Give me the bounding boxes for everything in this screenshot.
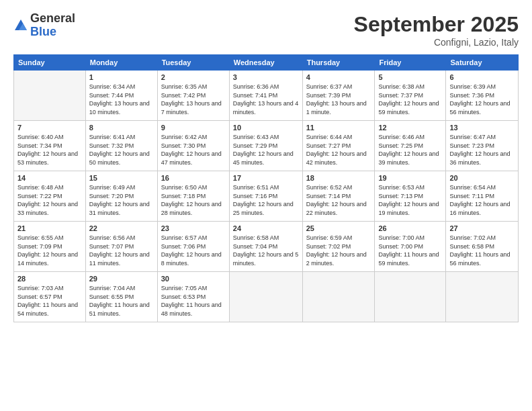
day-info: Sunrise: 6:42 AMSunset: 7:30 PMDaylight:…: [161, 133, 226, 167]
day-info: Sunrise: 6:47 AMSunset: 7:23 PMDaylight:…: [449, 133, 515, 167]
day-number: 7: [17, 124, 82, 132]
sunset-text: Sunset: 7:39 PM: [306, 92, 351, 99]
sunset-text: Sunset: 6:55 PM: [89, 293, 134, 300]
sunset-text: Sunset: 7:29 PM: [233, 142, 278, 149]
day-number: 2: [161, 73, 226, 81]
daylight-text: Daylight: 12 hours and 28 minutes.: [161, 201, 222, 216]
weekday-header: Wednesday: [229, 55, 302, 71]
calendar-cell: 5Sunrise: 6:38 AMSunset: 7:37 PMDaylight…: [375, 71, 446, 121]
sunset-text: Sunset: 7:37 PM: [378, 92, 423, 99]
day-number: 30: [161, 275, 226, 283]
sunrise-text: Sunrise: 6:56 AM: [89, 234, 136, 241]
calendar-cell: 9Sunrise: 6:42 AMSunset: 7:30 PMDaylight…: [157, 121, 229, 171]
sunset-text: Sunset: 7:02 PM: [306, 243, 351, 250]
daylight-text: Daylight: 11 hours and 56 minutes.: [449, 251, 510, 267]
day-number: 9: [161, 124, 226, 132]
daylight-text: Daylight: 12 hours and 53 minutes.: [17, 150, 78, 166]
calendar-cell: 11Sunrise: 6:44 AMSunset: 7:27 PMDayligh…: [302, 121, 375, 171]
sunrise-text: Sunrise: 6:54 AM: [449, 184, 496, 191]
sunset-text: Sunset: 7:22 PM: [17, 193, 62, 199]
calendar-cell: 16Sunrise: 6:50 AMSunset: 7:18 PMDayligh…: [157, 171, 229, 222]
weekday-header: Saturday: [446, 55, 519, 71]
weekday-header: Monday: [85, 55, 157, 71]
day-number: 8: [89, 124, 154, 132]
calendar-week-row: 7Sunrise: 6:40 AMSunset: 7:34 PMDaylight…: [14, 121, 519, 171]
weekday-row: SundayMondayTuesdayWednesdayThursdayFrid…: [14, 55, 519, 71]
sunrise-text: Sunrise: 6:43 AM: [233, 134, 279, 140]
calendar-week-row: 21Sunrise: 6:55 AMSunset: 7:09 PMDayligh…: [14, 222, 519, 272]
calendar-cell: 28Sunrise: 7:03 AMSunset: 6:57 PMDayligh…: [14, 272, 86, 322]
day-info: Sunrise: 6:38 AMSunset: 7:37 PMDaylight:…: [378, 83, 442, 116]
calendar-cell: 6Sunrise: 6:39 AMSunset: 7:36 PMDaylight…: [446, 71, 519, 121]
daylight-text: Daylight: 12 hours and 14 minutes.: [17, 251, 78, 267]
sunrise-text: Sunrise: 7:00 AM: [378, 234, 425, 241]
daylight-text: Daylight: 13 hours and 1 minute.: [306, 100, 367, 116]
day-info: Sunrise: 6:57 AMSunset: 7:06 PMDaylight:…: [161, 234, 226, 267]
calendar-cell: 7Sunrise: 6:40 AMSunset: 7:34 PMDaylight…: [14, 121, 86, 171]
sunset-text: Sunset: 7:00 PM: [378, 243, 423, 250]
daylight-text: Daylight: 12 hours and 31 minutes.: [89, 201, 150, 216]
sunrise-text: Sunrise: 6:41 AM: [89, 134, 136, 140]
daylight-text: Daylight: 12 hours and 59 minutes.: [378, 100, 439, 116]
sunrise-text: Sunrise: 6:34 AM: [89, 83, 136, 90]
calendar: SundayMondayTuesdayWednesdayThursdayFrid…: [13, 54, 519, 322]
calendar-cell: [229, 272, 302, 322]
daylight-text: Daylight: 12 hours and 2 minutes.: [306, 251, 367, 267]
daylight-text: Daylight: 12 hours and 42 minutes.: [306, 150, 367, 166]
sunset-text: Sunset: 7:25 PM: [378, 142, 423, 149]
calendar-cell: [302, 272, 375, 322]
daylight-text: Daylight: 12 hours and 56 minutes.: [449, 100, 510, 116]
sunrise-text: Sunrise: 6:57 AM: [161, 234, 208, 241]
daylight-text: Daylight: 12 hours and 36 minutes.: [449, 150, 510, 166]
day-info: Sunrise: 6:36 AMSunset: 7:41 PMDaylight:…: [233, 83, 299, 116]
page: General Blue September 2025 Configni, La…: [0, 0, 532, 411]
day-number: 3: [233, 73, 299, 81]
sunrise-text: Sunrise: 6:40 AM: [17, 134, 64, 140]
day-number: 11: [306, 124, 371, 132]
daylight-text: Daylight: 12 hours and 33 minutes.: [17, 201, 78, 216]
calendar-cell: 12Sunrise: 6:46 AMSunset: 7:25 PMDayligh…: [375, 121, 446, 171]
sunrise-text: Sunrise: 6:46 AM: [378, 134, 425, 140]
day-info: Sunrise: 7:04 AMSunset: 6:55 PMDaylight:…: [89, 284, 154, 318]
day-number: 17: [233, 174, 299, 182]
calendar-cell: 30Sunrise: 7:05 AMSunset: 6:53 PMDayligh…: [157, 272, 229, 322]
sunrise-text: Sunrise: 6:49 AM: [89, 184, 136, 191]
calendar-cell: [375, 272, 446, 322]
daylight-text: Daylight: 12 hours and 5 minutes.: [233, 251, 299, 267]
day-info: Sunrise: 6:55 AMSunset: 7:09 PMDaylight:…: [17, 234, 82, 267]
header: General Blue September 2025 Configni, La…: [13, 12, 519, 48]
daylight-text: Daylight: 12 hours and 45 minutes.: [233, 150, 294, 166]
daylight-text: Daylight: 13 hours and 10 minutes.: [89, 100, 150, 116]
daylight-text: Daylight: 11 hours and 51 minutes.: [89, 302, 150, 317]
calendar-cell: 2Sunrise: 6:35 AMSunset: 7:42 PMDaylight…: [157, 71, 229, 121]
daylight-text: Daylight: 12 hours and 22 minutes.: [306, 201, 367, 216]
calendar-cell: 1Sunrise: 6:34 AMSunset: 7:44 PMDaylight…: [85, 71, 157, 121]
day-info: Sunrise: 6:41 AMSunset: 7:32 PMDaylight:…: [89, 133, 154, 167]
day-info: Sunrise: 6:44 AMSunset: 7:27 PMDaylight:…: [306, 133, 371, 167]
daylight-text: Daylight: 12 hours and 50 minutes.: [89, 150, 150, 166]
sunset-text: Sunset: 7:20 PM: [89, 193, 134, 199]
day-number: 6: [449, 73, 515, 81]
sunset-text: Sunset: 7:44 PM: [89, 92, 134, 99]
sunset-text: Sunset: 7:04 PM: [233, 243, 278, 250]
day-number: 28: [17, 275, 82, 283]
logo-text: General Blue: [30, 12, 75, 39]
daylight-text: Daylight: 12 hours and 16 minutes.: [449, 201, 510, 216]
sunrise-text: Sunrise: 6:44 AM: [306, 134, 353, 140]
sunrise-text: Sunrise: 6:42 AM: [161, 134, 208, 140]
calendar-cell: 3Sunrise: 6:36 AMSunset: 7:41 PMDaylight…: [229, 71, 302, 121]
calendar-cell: 10Sunrise: 6:43 AMSunset: 7:29 PMDayligh…: [229, 121, 302, 171]
sunset-text: Sunset: 7:34 PM: [17, 142, 62, 149]
sunset-text: Sunset: 7:07 PM: [89, 243, 134, 250]
day-info: Sunrise: 6:34 AMSunset: 7:44 PMDaylight:…: [89, 83, 154, 116]
calendar-cell: 19Sunrise: 6:53 AMSunset: 7:13 PMDayligh…: [375, 171, 446, 222]
calendar-week-row: 28Sunrise: 7:03 AMSunset: 6:57 PMDayligh…: [14, 272, 519, 322]
day-number: 13: [449, 124, 515, 132]
calendar-cell: 20Sunrise: 6:54 AMSunset: 7:11 PMDayligh…: [446, 171, 519, 222]
calendar-header: SundayMondayTuesdayWednesdayThursdayFrid…: [14, 55, 519, 71]
sunset-text: Sunset: 6:53 PM: [161, 293, 206, 300]
sunrise-text: Sunrise: 6:55 AM: [17, 234, 64, 241]
calendar-cell: 8Sunrise: 6:41 AMSunset: 7:32 PMDaylight…: [85, 121, 157, 171]
sunset-text: Sunset: 7:11 PM: [449, 193, 494, 199]
sunset-text: Sunset: 7:09 PM: [17, 243, 62, 250]
